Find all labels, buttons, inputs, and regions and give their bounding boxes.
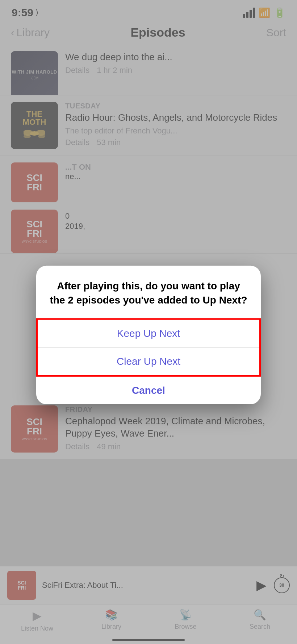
cancel-button[interactable]: Cancel xyxy=(36,377,261,404)
highlighted-actions: Keep Up Next Clear Up Next xyxy=(36,318,261,377)
clear-up-next-button[interactable]: Clear Up Next xyxy=(38,348,259,375)
dialog-content: After playing this, do you want to play … xyxy=(36,265,261,307)
dialog-message: After playing this, do you want to play … xyxy=(49,278,248,307)
keep-up-next-button[interactable]: Keep Up Next xyxy=(38,320,259,348)
dialog-actions: Keep Up Next Clear Up Next Cancel xyxy=(36,318,261,404)
dialog: After playing this, do you want to play … xyxy=(36,265,261,404)
